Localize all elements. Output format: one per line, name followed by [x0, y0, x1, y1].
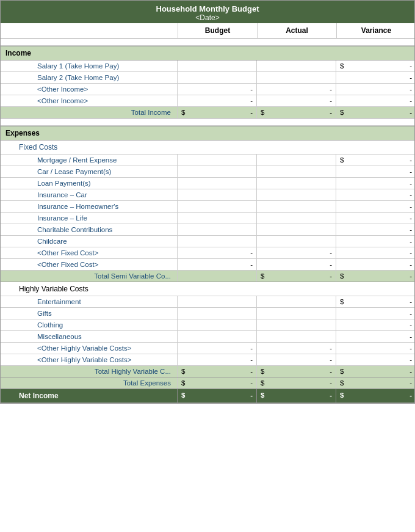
car-lease-budget[interactable] — [178, 166, 257, 177]
charitable-budget[interactable] — [178, 224, 257, 235]
total-semi-variable-budget — [178, 271, 257, 282]
other-income2-budget[interactable]: - — [178, 95, 257, 106]
entertainment-actual[interactable] — [257, 296, 336, 307]
miscellaneous-label: Miscellaneous — [1, 331, 178, 342]
total-semi-variable-variance: $- — [336, 271, 415, 282]
clothing-actual[interactable] — [257, 319, 336, 330]
other-fixed1-variance: - — [336, 247, 415, 258]
miscellaneous-row: Miscellaneous - — [1, 331, 414, 343]
spacer-expenses — [1, 118, 414, 126]
loan-actual[interactable] — [257, 178, 336, 189]
insurance-life-budget[interactable] — [178, 213, 257, 224]
expenses-section-header: Expenses — [1, 126, 414, 140]
childcare-variance: - — [336, 236, 415, 247]
other-fixed2-row: <Other Fixed Cost> - - - — [1, 259, 414, 271]
salary2-label: Salary 2 (Take Home Pay) — [1, 72, 178, 83]
total-semi-variable-row: Total Semi Variable Co... $- $- — [1, 271, 414, 282]
entertainment-row: Entertainment $- — [1, 296, 414, 308]
miscellaneous-variance: - — [336, 331, 415, 342]
insurance-home-budget[interactable] — [178, 201, 257, 212]
header-row: Budget Actual Variance — [1, 23, 414, 38]
other-hv2-row: <Other Highly Variable Costs> - - - — [1, 354, 414, 366]
total-income-label: Total Income — [1, 107, 178, 118]
insurance-home-actual[interactable] — [257, 201, 336, 212]
other-fixed1-label: <Other Fixed Cost> — [1, 247, 178, 258]
mortgage-budget[interactable] — [178, 155, 257, 166]
mortgage-label: Mortgage / Rent Expense — [1, 155, 178, 166]
net-income-budget: $- — [178, 389, 257, 403]
insurance-life-label: Insurance – Life — [1, 213, 178, 224]
total-hv-row: Total Highly Variable C... $- $- $- — [1, 366, 414, 377]
childcare-actual[interactable] — [257, 236, 336, 247]
net-income-variance: $- — [336, 389, 415, 403]
entertainment-variance: $- — [336, 296, 415, 307]
total-income-row: Total Income $- $- $- — [1, 107, 414, 118]
mortgage-actual[interactable] — [257, 155, 336, 166]
mortgage-variance: $- — [336, 155, 415, 166]
insurance-home-label: Insurance – Homeowner's — [1, 201, 178, 212]
salary2-actual[interactable] — [257, 72, 336, 83]
total-expenses-label: Total Expenses — [1, 377, 178, 388]
charitable-label: Charitable Contributions — [1, 224, 178, 235]
other-hv1-label: <Other Highly Variable Costs> — [1, 343, 178, 354]
salary1-variance: $- — [336, 60, 415, 71]
other-fixed2-budget[interactable]: - — [178, 259, 257, 270]
col-header-actual: Actual — [257, 23, 336, 38]
entertainment-budget[interactable] — [178, 296, 257, 307]
clothing-budget[interactable] — [178, 319, 257, 330]
gifts-variance: - — [336, 308, 415, 319]
car-lease-label: Car / Lease Payment(s) — [1, 166, 178, 177]
charitable-actual[interactable] — [257, 224, 336, 235]
other-fixed2-label: <Other Fixed Cost> — [1, 259, 178, 270]
insurance-car-label: Insurance – Car — [1, 189, 178, 200]
other-income1-actual[interactable]: - — [257, 84, 336, 95]
insurance-car-budget[interactable] — [178, 189, 257, 200]
clothing-row: Clothing - — [1, 319, 414, 331]
total-hv-label: Total Highly Variable C... — [1, 366, 178, 377]
childcare-label: Childcare — [1, 236, 178, 247]
other-hv2-actual[interactable]: - — [257, 354, 336, 365]
net-income-label: Net Income — [1, 389, 178, 403]
loan-label: Loan Payment(s) — [1, 178, 178, 189]
total-income-actual: $- — [257, 107, 336, 118]
other-hv1-budget[interactable]: - — [178, 343, 257, 354]
insurance-car-variance: - — [336, 189, 415, 200]
car-lease-row: Car / Lease Payment(s) - — [1, 166, 414, 178]
highly-variable-header: Highly Variable Costs — [1, 282, 414, 296]
other-hv1-actual[interactable]: - — [257, 343, 336, 354]
total-semi-variable-actual: $- — [257, 271, 336, 282]
childcare-budget[interactable] — [178, 236, 257, 247]
gifts-actual[interactable] — [257, 308, 336, 319]
other-income1-budget[interactable]: - — [178, 84, 257, 95]
other-fixed2-actual[interactable]: - — [257, 259, 336, 270]
gifts-budget[interactable] — [178, 308, 257, 319]
other-income2-actual[interactable]: - — [257, 95, 336, 106]
charitable-row: Charitable Contributions - — [1, 224, 414, 236]
miscellaneous-budget[interactable] — [178, 331, 257, 342]
main-title: Household Monthly Budget — [1, 4, 414, 13]
total-hv-budget: $- — [178, 366, 257, 377]
miscellaneous-actual[interactable] — [257, 331, 336, 342]
total-expenses-actual: $- — [257, 377, 336, 388]
insurance-life-row: Insurance – Life - — [1, 213, 414, 224]
spacer-top — [1, 38, 414, 46]
salary1-budget[interactable] — [178, 60, 257, 71]
other-hv2-variance: - — [336, 354, 415, 365]
other-fixed1-actual[interactable]: - — [257, 247, 336, 258]
car-lease-actual[interactable] — [257, 166, 336, 177]
other-hv2-budget[interactable]: - — [178, 354, 257, 365]
other-hv1-row: <Other Highly Variable Costs> - - - — [1, 343, 414, 354]
salary2-variance: - — [336, 72, 415, 83]
insurance-car-actual[interactable] — [257, 189, 336, 200]
salary2-budget[interactable] — [178, 72, 257, 83]
loan-budget[interactable] — [178, 178, 257, 189]
total-expenses-budget: $- — [178, 377, 257, 388]
income-row-salary2: Salary 2 (Take Home Pay) - — [1, 72, 414, 84]
net-income-row: Net Income $- $- $- — [1, 389, 414, 403]
other-income1-label: <Other Income> — [1, 84, 178, 95]
other-fixed1-budget[interactable]: - — [178, 247, 257, 258]
salary1-actual[interactable] — [257, 60, 336, 71]
sub-title: <Date> — [1, 13, 414, 22]
insurance-life-actual[interactable] — [257, 213, 336, 224]
car-lease-variance: - — [336, 166, 415, 177]
